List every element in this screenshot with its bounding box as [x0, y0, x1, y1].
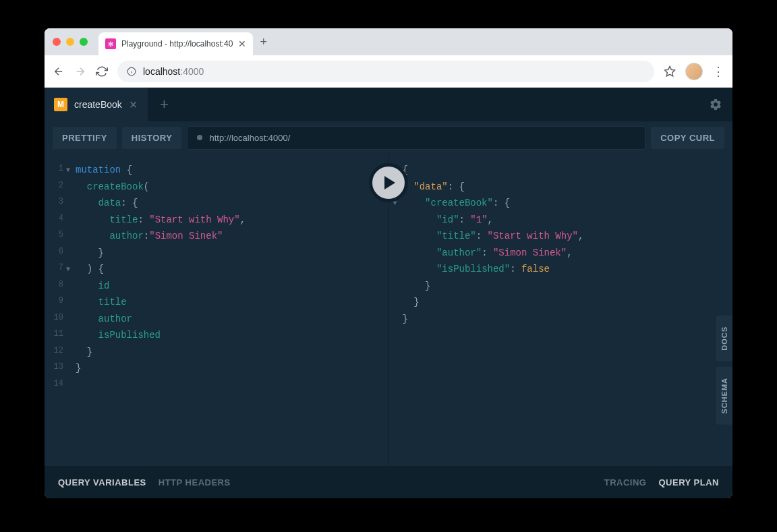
- docs-tab[interactable]: DOCS: [716, 316, 732, 361]
- graphql-playground: M createBook ✕ + PRETTIFY HISTORY http:/…: [45, 88, 732, 498]
- browser-window: Playground - http://localhost:40 ✕ + loc…: [45, 28, 732, 498]
- graphql-favicon-icon: [105, 38, 116, 49]
- playground-tabs: M createBook ✕ +: [45, 88, 732, 121]
- query-plan-tab[interactable]: QUERY PLAN: [658, 477, 719, 487]
- svg-marker-3: [665, 66, 675, 76]
- browser-tab-title: Playground - http://localhost:40: [121, 39, 233, 49]
- endpoint-url-text: http://localhost:4000/: [209, 133, 290, 143]
- query-variables-tab[interactable]: QUERY VARIABLES: [58, 477, 146, 487]
- playground-main: 1▼mutation { 2 createBook( 3 data: { 4 t…: [45, 154, 732, 466]
- browser-menu-icon[interactable]: ⋮: [712, 64, 724, 79]
- nav-forward-button[interactable]: [74, 65, 86, 78]
- nav-back-button[interactable]: [53, 65, 65, 78]
- info-icon: [127, 67, 136, 76]
- execute-query-button[interactable]: [369, 163, 408, 202]
- new-tab-button[interactable]: +: [260, 35, 267, 49]
- mutation-badge-icon: M: [54, 98, 67, 111]
- window-minimize-button[interactable]: [66, 38, 74, 46]
- playground-footer: QUERY VARIABLES HTTP HEADERS TRACING QUE…: [45, 466, 732, 498]
- url-input[interactable]: localhost:4000: [117, 61, 654, 82]
- playground-tab-createBook[interactable]: M createBook ✕: [45, 88, 147, 121]
- traffic-lights: [53, 38, 88, 46]
- bookmark-star-icon[interactable]: [664, 65, 676, 78]
- playground-tab-name: createBook: [74, 99, 122, 110]
- result-viewer[interactable]: ▼{ ▼ "data": { ▼ "createBook": { "id": "…: [389, 154, 733, 466]
- window-maximize-button[interactable]: [80, 38, 88, 46]
- playground-toolbar: PRETTIFY HISTORY http://localhost:4000/ …: [45, 121, 732, 154]
- side-panel-tabs: DOCS SCHEMA: [716, 316, 732, 424]
- settings-button[interactable]: [699, 88, 732, 121]
- endpoint-status-icon: [197, 135, 202, 140]
- prettify-button[interactable]: PRETTIFY: [53, 127, 117, 149]
- history-button[interactable]: HISTORY: [122, 127, 182, 149]
- schema-tab[interactable]: SCHEMA: [716, 367, 732, 425]
- playground-new-tab-button[interactable]: +: [147, 88, 181, 121]
- profile-avatar[interactable]: [685, 63, 703, 80]
- window-close-button[interactable]: [53, 38, 61, 46]
- close-playground-tab-icon[interactable]: ✕: [129, 98, 138, 111]
- browser-tab[interactable]: Playground - http://localhost:40 ✕: [98, 32, 253, 55]
- chrome-tab-strip: Playground - http://localhost:40 ✕ +: [45, 28, 732, 55]
- reload-button[interactable]: [96, 65, 108, 78]
- http-headers-tab[interactable]: HTTP HEADERS: [159, 477, 231, 487]
- address-bar: localhost:4000 ⋮: [45, 55, 732, 88]
- close-tab-icon[interactable]: ✕: [238, 38, 246, 49]
- query-editor[interactable]: 1▼mutation { 2 createBook( 3 data: { 4 t…: [45, 154, 389, 466]
- tracing-tab[interactable]: TRACING: [604, 477, 647, 487]
- copy-curl-button[interactable]: COPY CURL: [651, 127, 724, 149]
- url-text: localhost:4000: [143, 66, 204, 77]
- endpoint-url-input[interactable]: http://localhost:4000/: [187, 126, 645, 150]
- gear-icon: [709, 98, 722, 111]
